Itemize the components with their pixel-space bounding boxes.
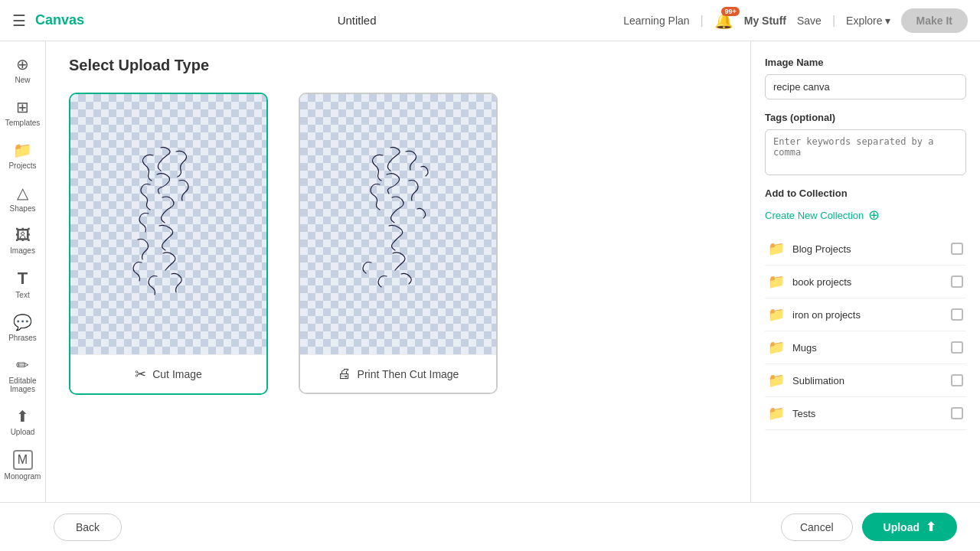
my-stuff-link[interactable]: My Stuff [744,15,786,27]
print-then-cut-text: Print Then Cut Image [358,368,459,380]
save-link[interactable]: Save [797,15,822,27]
monogram-icon: M [13,450,33,470]
sidebar-item-label: Upload [11,428,35,436]
collection-name: Mugs [792,342,817,354]
cut-image-card[interactable]: ✂ Cut Image [69,93,268,395]
collection-item-blog-projects: 📁 Blog Projects [765,233,966,266]
sidebar-item-new[interactable]: ⊕ New [3,49,43,89]
folder-icon: 📁 [768,306,785,323]
image-name-label: Image Name [765,57,966,68]
collection-item-left: 📁 Sublimation [768,372,844,389]
sidebar-item-label: Monogram [5,472,41,481]
collection-item-tests: 📁 Tests [765,397,966,430]
collection-name: book projects [792,276,851,288]
create-new-collection-label: Create New Collection [765,210,864,221]
image-name-input[interactable] [765,74,966,99]
collection-item-left: 📁 Mugs [768,339,817,356]
sidebar-item-label: Phrases [8,334,37,342]
upload-options: ✂ Cut Image [69,93,727,395]
upload-arrow-icon: ⬆ [926,520,936,534]
sidebar-item-phrases[interactable]: 💬 Phrases [3,307,43,347]
collection-item-left: 📁 Tests [768,405,815,422]
sidebar-item-label: New [15,76,30,84]
sidebar-item-label: Editable Images [6,377,40,393]
sidebar-item-upload[interactable]: ⬆ Upload [3,401,43,441]
tags-label: Tags (optional) [765,112,966,123]
collection-checkbox-tests[interactable] [951,407,963,419]
upload-icon: ⬆ [16,407,29,425]
collection-checkbox-mugs[interactable] [951,341,963,354]
explore-label: Explore [846,15,882,27]
sidebar-item-text[interactable]: T Text [3,262,43,304]
handwriting-preview [115,132,222,316]
bottom-bar: Back Cancel Upload ⬆ [0,502,980,551]
separator-1: | [701,14,704,28]
collection-checkbox-book-projects[interactable] [951,276,963,288]
sidebar-item-monogram[interactable]: M Monogram [3,444,43,485]
sidebar-item-editable-images[interactable]: ✏ Editable Images [3,350,43,398]
content-pane: Select Upload Type [46,41,750,502]
explore-menu[interactable]: Explore ▾ [846,15,890,27]
collection-item-iron-on-projects: 📁 iron on projects [765,298,966,331]
cut-image-text: Cut Image [152,368,202,380]
folder-icon: 📁 [768,405,785,422]
collection-checkbox-sublimation[interactable] [951,374,963,386]
collection-item-left: 📁 Blog Projects [768,240,851,257]
printer-icon: 🖨 [338,366,351,382]
chevron-down-icon: ▾ [885,15,890,27]
menu-icon[interactable]: ☰ [12,11,26,30]
new-icon: ⊕ [16,55,29,73]
topbar-right: Learning Plan | 🔔 99+ My Stuff Save | Ex… [623,8,968,33]
separator-2: | [832,14,835,28]
collection-checkbox-blog-projects[interactable] [951,243,963,255]
collection-name: Blog Projects [792,243,851,255]
make-it-button[interactable]: Make It [901,8,968,33]
sidebar-item-label: Templates [5,119,41,127]
folder-icon: 📁 [768,273,785,290]
sidebar-item-shapes[interactable]: △ Shapes [3,178,43,217]
back-button[interactable]: Back [54,514,122,541]
handwriting-preview-2 [345,132,452,316]
collection-list: 📁 Blog Projects 📁 book projects 📁 iron o… [765,233,966,430]
collection-item-book-projects: 📁 book projects [765,266,966,298]
sidebar-item-projects[interactable]: 📁 Projects [3,135,43,174]
folder-icon: 📁 [768,339,785,356]
cut-image-preview [70,94,266,354]
collection-item-left: 📁 iron on projects [768,306,861,323]
sidebar-item-label: Shapes [10,204,36,213]
sidebar: ⊕ New ⊞ Templates 📁 Projects △ Shapes 🖼 … [0,41,46,502]
collection-item-left: 📁 book projects [768,273,851,290]
projects-icon: 📁 [13,141,32,159]
templates-icon: ⊞ [16,98,29,116]
bottom-right-buttons: Cancel Upload ⬆ [781,513,957,541]
right-panel: Image Name Tags (optional) Add to Collec… [750,41,980,502]
learning-plan-link[interactable]: Learning Plan [623,15,689,27]
sidebar-item-images[interactable]: 🖼 Images [3,220,43,259]
print-then-cut-preview [300,94,496,354]
collection-label: Add to Collection [765,187,966,199]
phrases-icon: 💬 [13,313,32,331]
create-new-collection-button[interactable]: Create New Collection ⊕ [765,207,966,223]
page-title: Select Upload Type [69,57,727,74]
topbar: ☰ Canvas Untitled Learning Plan | 🔔 99+ … [0,0,980,41]
sidebar-item-templates[interactable]: ⊞ Templates [3,92,43,132]
print-then-cut-card[interactable]: 🖨 Print Then Cut Image [299,93,498,394]
cut-image-label: ✂ Cut Image [70,354,266,393]
scissors-icon: ✂ [135,366,146,383]
collection-name: Sublimation [792,375,844,386]
images-icon: 🖼 [15,227,31,244]
cancel-button[interactable]: Cancel [781,514,853,541]
upload-label: Upload [884,521,920,533]
text-icon: T [18,269,28,289]
folder-icon: 📁 [768,372,785,389]
sidebar-item-label: Text [15,291,29,299]
sidebar-item-label: Images [10,246,35,255]
shapes-icon: △ [17,184,28,202]
upload-button[interactable]: Upload ⬆ [862,513,957,541]
document-title: Untitled [100,14,614,27]
folder-icon: 📁 [768,240,785,257]
notification-bell[interactable]: 🔔 99+ [714,11,733,30]
plus-circle-icon: ⊕ [868,207,880,223]
tags-input[interactable] [765,129,966,175]
collection-checkbox-iron-on-projects[interactable] [951,308,963,321]
